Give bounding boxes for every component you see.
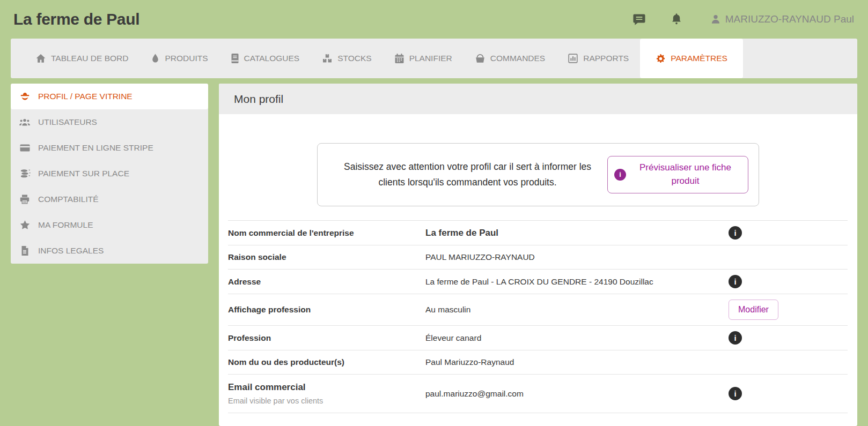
field-label: Raison sociale (228, 252, 425, 262)
sidebar-item-ma-formule[interactable]: MA FORMULE (11, 212, 208, 238)
sidebar-item-paiement-sur-place[interactable]: PAIEMENT SUR PLACE (11, 161, 208, 186)
field-label: Affichage profession (228, 305, 425, 315)
table-row: Raison sociale PAUL MARIUZZO-RAYNAUD (228, 245, 848, 270)
person-icon (710, 13, 722, 25)
app-header: La ferme de Paul MARIUZZO-RAYNAUD Paul (0, 0, 868, 39)
notice-text: Saisissez avec attention votre profil ca… (328, 159, 607, 190)
tab-catalogues[interactable]: CATALOGUES (219, 39, 311, 78)
star-icon (19, 220, 31, 230)
page-title: Mon profil (234, 93, 283, 106)
table-row: Affichage profession Au masculin Modifie… (228, 294, 848, 326)
field-value: Au masculin (425, 305, 729, 315)
calendar-icon (394, 53, 404, 64)
field-label: Nom commercial de l'entreprise (228, 228, 425, 238)
field-value: paul.mariuzzo@gmail.com (425, 389, 729, 399)
book-icon (231, 53, 239, 64)
app-title: La ferme de Paul (13, 10, 139, 28)
field-value: La ferme de Paul (425, 228, 729, 238)
info-icon[interactable]: i (729, 387, 742, 400)
field-sublabel: Email visible par vos clients (228, 397, 425, 405)
gear-icon (656, 54, 666, 64)
farmer-icon (19, 91, 31, 102)
section-header: Mon profil (219, 84, 857, 114)
field-label: Profession (228, 333, 425, 343)
field-value: Éleveur canard (425, 333, 729, 343)
field-value: La ferme de Paul - LA CROIX DU GENDRE - … (425, 277, 729, 287)
chat-icon[interactable] (632, 12, 646, 27)
tab-tableau-de-bord[interactable]: TABLEAU DE BORD (24, 39, 139, 78)
field-label: Nom du ou des producteur(s) (228, 357, 425, 367)
profile-table: Nom commercial de l'entreprise La ferme … (228, 220, 848, 413)
tab-rapports[interactable]: RAPPORTS (556, 39, 640, 78)
field-label: Adresse (228, 277, 425, 287)
basket-icon (475, 53, 486, 64)
info-icon[interactable]: i (729, 226, 742, 240)
sidebar-item-paiement-en-ligne-stripe[interactable]: PAIEMENT EN LIGNE STRIPE (11, 135, 208, 161)
table-row: Nom commercial de l'entreprise La ferme … (228, 220, 848, 245)
table-row: Email commercial Email visible par vos c… (228, 375, 848, 413)
credit-card-icon (19, 144, 31, 152)
droplet-icon (151, 53, 160, 64)
notice-wrap: Saisissez avec attention votre profil ca… (219, 114, 857, 206)
field-value: PAUL MARIUZZO-RAYNAUD (425, 252, 729, 262)
sidebar-item-utilisateurs[interactable]: UTILISATEURS (11, 109, 208, 135)
sidebar-item-infos-legales[interactable]: INFOS LEGALES (11, 238, 208, 264)
table-row: Nom du ou des producteur(s) Paul Mariuzz… (228, 350, 848, 375)
table-row: Profession Éleveur canard i (228, 326, 848, 350)
info-icon[interactable]: i (729, 331, 742, 345)
coins-icon (19, 169, 31, 178)
header-actions: MARIUZZO-RAYNAUD Paul (632, 12, 854, 27)
info-icon: i (614, 169, 626, 181)
home-icon (35, 53, 46, 64)
user-name: MARIUZZO-RAYNAUD Paul (725, 13, 854, 25)
document-icon (19, 245, 31, 256)
tab-commandes[interactable]: COMMANDES (464, 39, 556, 78)
field-value: Paul Mariuzzo-Raynaud (425, 357, 729, 367)
layout: PROFIL / PAGE VITRINE UTILISATEURS PAIEM… (11, 84, 857, 426)
profile-content: Mon profil Saisissez avec attention votr… (219, 84, 857, 426)
preview-product-button[interactable]: i Prévisualiser une fiche produit (607, 156, 748, 193)
tab-produits[interactable]: PRODUITS (139, 39, 219, 78)
sidebar-item-comptabilite[interactable]: COMPTABILITÉ (11, 186, 208, 212)
info-icon[interactable]: i (729, 275, 742, 288)
settings-sidebar: PROFIL / PAGE VITRINE UTILISATEURS PAIEM… (11, 84, 208, 264)
bell-icon[interactable] (670, 12, 683, 26)
bar-chart-icon (568, 53, 578, 64)
profile-notice: Saisissez avec attention votre profil ca… (317, 143, 759, 206)
sidebar-item-profil[interactable]: PROFIL / PAGE VITRINE (11, 84, 208, 109)
users-icon (19, 117, 31, 127)
main-nav: TABLEAU DE BORD PRODUITS CATALOGUES STOC… (11, 39, 857, 78)
tab-parametres[interactable]: PARAMÈTRES (640, 39, 743, 78)
boxes-icon (322, 53, 333, 64)
table-row: Adresse La ferme de Paul - LA CROIX DU G… (228, 270, 848, 294)
modify-button[interactable]: Modifier (729, 300, 778, 320)
user-menu[interactable]: MARIUZZO-RAYNAUD Paul (710, 13, 854, 25)
field-label: Email commercial Email visible par vos c… (228, 382, 425, 405)
printer-icon (19, 194, 31, 205)
tab-planifier[interactable]: PLANIFIER (383, 39, 464, 78)
tab-stocks[interactable]: STOCKS (311, 39, 382, 78)
